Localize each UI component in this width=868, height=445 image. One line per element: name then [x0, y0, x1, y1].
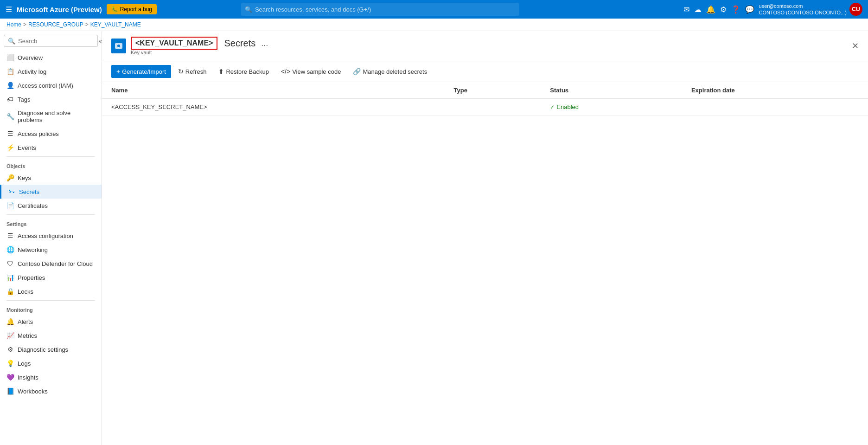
- avatar[interactable]: CU: [849, 3, 862, 16]
- vault-subtitle: Key vault: [131, 50, 268, 55]
- sidebar-item-label: Access control (IAM): [18, 82, 73, 89]
- alerts-icon: 🔔: [6, 318, 14, 325]
- settings-icon[interactable]: ⚙: [720, 5, 727, 14]
- app-title: Microsoft Azure (Preview): [17, 6, 102, 13]
- hamburger-icon[interactable]: ☰: [6, 5, 12, 14]
- sidebar-divider-settings: [6, 214, 95, 215]
- global-search-input[interactable]: [241, 3, 519, 16]
- more-options-icon[interactable]: ...: [261, 39, 268, 48]
- sidebar-item-label: Workbooks: [18, 388, 48, 395]
- sidebar-item-tags[interactable]: 🏷 Tags: [0, 92, 102, 106]
- sidebar-collapse-icon[interactable]: «: [99, 37, 102, 45]
- refresh-button[interactable]: ↻ Refresh: [173, 65, 212, 78]
- toolbar: + Generate/Import ↻ Refresh ⬆ Restore Ba…: [102, 61, 868, 82]
- sidebar-item-label: Events: [18, 144, 36, 151]
- report-bug-button[interactable]: 🐛 Report a bug: [107, 4, 157, 14]
- table-area: Name Type Status Expiration date <ACCESS…: [102, 82, 868, 445]
- breadcrumb-resource-group[interactable]: RESOURCE_GROUP: [28, 21, 83, 28]
- sidebar-item-certificates[interactable]: 📄 Certificates: [0, 199, 102, 213]
- user-org: CONTOSO (CONTOSO.ONCONTO...): [759, 9, 847, 16]
- sidebar-item-label: Contoso Defender for Cloud: [18, 260, 93, 267]
- sidebar-search-icon: 🔍: [8, 38, 15, 45]
- sidebar-item-label: Tags: [18, 96, 30, 103]
- sidebar-item-locks[interactable]: 🔒 Locks: [0, 284, 102, 298]
- restore-backup-button[interactable]: ⬆ Restore Backup: [213, 65, 274, 78]
- tags-icon: 🏷: [6, 96, 14, 103]
- diagnose-icon: 🔧: [6, 113, 14, 120]
- sidebar-item-activity-log[interactable]: 📋 Activity log: [0, 64, 102, 78]
- content-area: 🔍 « ⬜ Overview 📋 Activity log 👤 Access c…: [0, 31, 868, 445]
- code-icon: </>: [281, 68, 290, 75]
- sidebar-item-label: Insights: [18, 374, 38, 381]
- sidebar-item-access-control[interactable]: 👤 Access control (IAM): [0, 78, 102, 92]
- sidebar-item-label: Keys: [18, 174, 31, 181]
- networking-icon: 🌐: [6, 246, 14, 253]
- sidebar-item-label: Networking: [18, 246, 48, 253]
- sidebar-divider-objects: [6, 156, 95, 157]
- sidebar-item-defender[interactable]: 🛡 Contoso Defender for Cloud: [0, 257, 102, 271]
- link-icon: 🔗: [353, 68, 361, 75]
- sidebar-item-label: Secrets: [19, 188, 39, 195]
- plus-icon: +: [116, 68, 120, 75]
- breadcrumb-sep1: >: [23, 21, 26, 28]
- sidebar-item-events[interactable]: ⚡ Events: [0, 141, 102, 155]
- breadcrumb-home[interactable]: Home: [6, 21, 21, 28]
- secret-name[interactable]: <ACCESS_KEY_SECRET_NAME>: [102, 99, 445, 116]
- sidebar-item-label: Access policies: [18, 130, 59, 137]
- logs-icon: 💡: [6, 360, 14, 367]
- bug-icon: 🐛: [111, 6, 118, 13]
- objects-section-label: Objects: [0, 159, 102, 171]
- upload-icon: ⬆: [218, 68, 224, 75]
- sidebar-divider-monitoring: [6, 300, 95, 301]
- diagnostic-icon: ⚙: [6, 346, 14, 353]
- sidebar-item-insights[interactable]: 💜 Insights: [0, 370, 102, 384]
- overview-icon: ⬜: [6, 54, 14, 61]
- sidebar-item-label: Overview: [18, 54, 43, 61]
- sidebar-item-keys[interactable]: 🔑 Keys: [0, 171, 102, 185]
- generate-import-button[interactable]: + Generate/Import: [111, 65, 171, 78]
- breadcrumb-key-vault[interactable]: KEY_VAULT_NAME: [90, 21, 141, 28]
- secret-expiration: [682, 99, 868, 116]
- sidebar-item-access-policies[interactable]: ☰ Access policies: [0, 127, 102, 141]
- feedback-icon[interactable]: 💬: [745, 5, 754, 14]
- sidebar-item-label: Metrics: [18, 332, 37, 339]
- refresh-icon: ↻: [178, 68, 184, 75]
- sidebar-item-networking[interactable]: 🌐 Networking: [0, 243, 102, 257]
- sidebar-item-access-config[interactable]: ☰ Access configuration: [0, 229, 102, 243]
- col-expiration: Expiration date: [682, 82, 868, 99]
- help-icon[interactable]: ❓: [731, 5, 740, 14]
- sidebar-item-label: Certificates: [18, 202, 48, 209]
- sidebar-item-diagnose[interactable]: 🔧 Diagnose and solve problems: [0, 106, 102, 127]
- sidebar-item-overview[interactable]: ⬜ Overview: [0, 51, 102, 64]
- sidebar-item-label: Alerts: [18, 318, 33, 325]
- email-icon[interactable]: ✉: [683, 5, 689, 14]
- close-icon[interactable]: ✕: [852, 41, 859, 51]
- table-row[interactable]: <ACCESS_KEY_SECRET_NAME> ✓ Enabled: [102, 99, 868, 116]
- sidebar-item-label: Logs: [18, 360, 31, 367]
- panel-title-area: <KEY_VAULT_NAME> Secrets ... Key vault: [111, 37, 268, 55]
- bell-icon[interactable]: 🔔: [706, 5, 715, 14]
- metrics-icon: 📈: [6, 332, 14, 339]
- sidebar-item-label: Activity log: [18, 68, 46, 75]
- sidebar-search-input[interactable]: [18, 38, 96, 45]
- sidebar-item-label: Diagnose and solve problems: [18, 110, 95, 123]
- sidebar-item-label: Diagnostic settings: [18, 346, 68, 353]
- sidebar-item-diagnostic[interactable]: ⚙ Diagnostic settings: [0, 342, 102, 356]
- sidebar-item-workbooks[interactable]: 📘 Workbooks: [0, 384, 102, 398]
- manage-deleted-button[interactable]: 🔗 Manage deleted secrets: [348, 65, 432, 78]
- sidebar-item-metrics[interactable]: 📈 Metrics: [0, 329, 102, 342]
- sidebar-item-properties[interactable]: 📊 Properties: [0, 271, 102, 284]
- svg-rect-2: [118, 47, 119, 48]
- sidebar-item-secrets[interactable]: 🗝 Secrets: [0, 185, 102, 199]
- certificates-icon: 📄: [6, 202, 14, 209]
- cloud-icon[interactable]: ☁: [694, 5, 702, 14]
- user-email: user@contoso.com: [759, 3, 847, 9]
- col-type: Type: [445, 82, 541, 99]
- insights-icon: 💜: [6, 374, 14, 381]
- user-info[interactable]: user@contoso.com CONTOSO (CONTOSO.ONCONT…: [759, 3, 862, 16]
- search-icon: 🔍: [245, 6, 252, 13]
- sidebar-item-logs[interactable]: 💡 Logs: [0, 356, 102, 370]
- secrets-icon: 🗝: [8, 188, 15, 195]
- sidebar-item-alerts[interactable]: 🔔 Alerts: [0, 315, 102, 329]
- view-sample-code-button[interactable]: </> View sample code: [276, 65, 346, 78]
